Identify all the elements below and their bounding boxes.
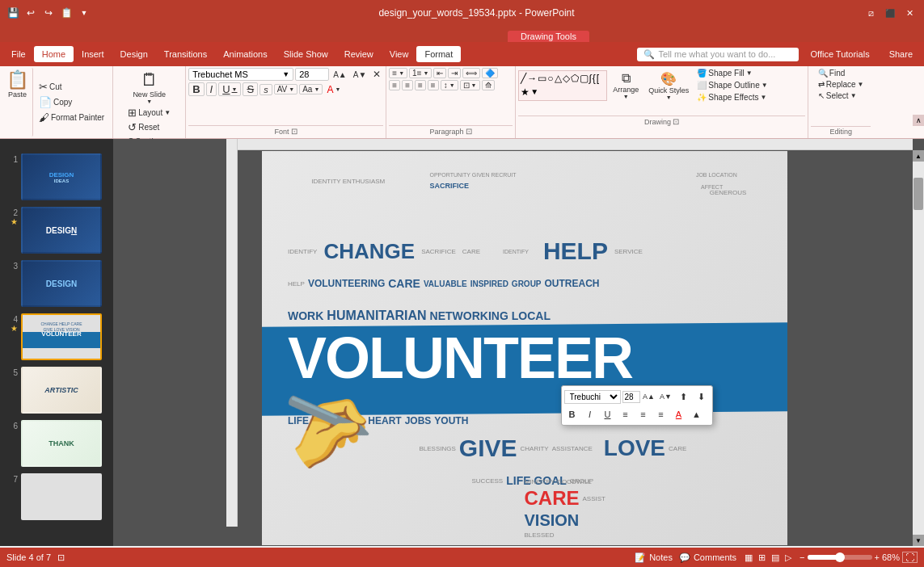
mini-grow-font[interactable]: ⬆ (676, 388, 692, 405)
convert-to-smartart-button[interactable]: ⟰ (482, 80, 495, 90)
menu-slideshow[interactable]: Slide Show (276, 46, 336, 62)
notes-button[interactable]: 📝 Notes (635, 552, 673, 563)
shape-outline-button[interactable]: ⬜ Shape Outline ▼ (694, 80, 770, 90)
quick-styles-button[interactable]: 🎨 Quick Styles ▼ (644, 69, 693, 102)
shape-arrow[interactable]: → (527, 73, 537, 84)
normal-view-button[interactable]: ▦ (743, 552, 754, 563)
numbering-button[interactable]: 1≡▼ (409, 68, 432, 78)
shapes-scroll-down[interactable]: ▼ (530, 87, 538, 96)
slide-item[interactable]: 2 ★ DESIGN (3, 205, 110, 255)
menu-insert[interactable]: Insert (74, 46, 112, 62)
new-slide-dropdown[interactable]: ▼ (146, 99, 152, 104)
layout-button[interactable]: ⊞ Layout ▼ (125, 106, 173, 120)
scroll-thumb[interactable] (913, 178, 923, 210)
underline-button[interactable]: U▼ (218, 82, 241, 96)
shape-bracket[interactable]: [ (597, 73, 599, 84)
slide-item[interactable]: 6 THANK (3, 418, 110, 468)
dec-indent-button[interactable]: ⇤ (433, 68, 446, 78)
char-spacing-button[interactable]: AV▼ (274, 84, 298, 94)
align-center-button[interactable]: ≡ (402, 80, 413, 90)
slide-item[interactable]: 4 ★ VOLUNTEER CHANGE HELP CAREGIVE LOVE … (3, 312, 110, 362)
mini-font-selector[interactable]: Trebuchi (564, 390, 621, 404)
decrease-font-button[interactable]: A▼ (351, 69, 369, 80)
justify-button[interactable]: ≡ (428, 80, 439, 90)
slide-item[interactable]: 1 DESIGN IDEAS (3, 152, 110, 202)
font-size-selector[interactable]: 28 (295, 68, 329, 81)
increase-font-button[interactable]: A▲ (331, 69, 349, 80)
slide-thumbnail[interactable] (21, 473, 102, 520)
slide-sorter-button[interactable]: ⊞ (757, 552, 767, 563)
menu-design[interactable]: Design (112, 46, 156, 62)
font-expand-icon[interactable]: ⊡ (291, 127, 297, 136)
drawing-expand-icon[interactable]: ⊡ (673, 117, 679, 126)
copy-button[interactable]: 📄 Copy (36, 95, 107, 109)
shape-fill-button[interactable]: 🪣 Shape Fill ▼ (694, 68, 770, 78)
mini-font-increase[interactable]: A▲ (641, 388, 657, 405)
menu-file[interactable]: File (3, 46, 34, 62)
shape-curve[interactable]: ∫ (589, 73, 592, 84)
qa-dropdown-icon[interactable]: ▼ (78, 6, 91, 19)
select-button[interactable]: ↖ Select ▼ (816, 90, 867, 101)
scroll-up-button[interactable]: ▲ (913, 150, 924, 162)
paste-button[interactable]: 📋 Paste (2, 68, 33, 136)
format-painter-button[interactable]: 🖌 Format Painter (36, 111, 107, 124)
maximize-button[interactable]: ⬛ (882, 5, 898, 21)
shape-rounded-rect[interactable]: ▢ (580, 73, 589, 84)
shape-triangle[interactable]: △ (555, 73, 562, 84)
mini-italic-button[interactable]: I (582, 406, 598, 422)
slideshow-view-button[interactable]: ▷ (783, 552, 793, 563)
slide-item[interactable]: 5 ARTISTIC (3, 365, 110, 415)
align-left-button[interactable]: ≡ (389, 80, 400, 90)
mini-font-size-input[interactable] (622, 391, 640, 403)
office-tutorials-button[interactable]: Office Tutorials (802, 46, 877, 62)
undo-icon[interactable]: ↩ (24, 6, 37, 19)
slide-thumbnail[interactable]: ARTISTIC (21, 367, 102, 414)
redo-icon[interactable]: ↪ (42, 6, 55, 19)
shape-effects-button[interactable]: ✨ Shape Effects ▼ (694, 92, 770, 103)
align-right-button[interactable]: ≡ (415, 80, 426, 90)
slide-canvas[interactable]: OPPORTUNITY GIVEN RECRUIT SACRIFICE JOB … (262, 151, 787, 545)
find-button[interactable]: 🔍 Find (816, 68, 867, 78)
font-name-selector[interactable]: Trebuchet MS ▼ (188, 68, 293, 81)
menu-home[interactable]: Home (34, 46, 74, 62)
shape-rect[interactable]: ▭ (538, 73, 546, 84)
scroll-down-button[interactable]: ▼ (913, 535, 924, 546)
close-button[interactable]: ✕ (901, 5, 918, 21)
mini-bold-button[interactable]: B (564, 406, 580, 422)
zoom-in-button[interactable]: + (875, 552, 880, 562)
vertical-align-button[interactable]: ⊡▼ (460, 80, 480, 90)
inc-indent-button[interactable]: ⇥ (448, 68, 461, 78)
mini-align-center[interactable]: ≡ (635, 406, 652, 422)
new-slide-button[interactable]: 🗒 New Slide ▼ (129, 68, 170, 106)
comments-button[interactable]: 💬 Comments (679, 552, 736, 563)
slide-thumbnail-active[interactable]: VOLUNTEER CHANGE HELP CAREGIVE LOVE VISI… (21, 313, 102, 360)
slide-thumbnail[interactable]: DESIGN IDEAS (21, 153, 102, 200)
window-controls[interactable]: ⧄ ⬛ ✕ (863, 5, 918, 21)
shape-brace[interactable]: { (593, 73, 596, 84)
reading-view-button[interactable]: ▤ (770, 552, 781, 563)
shape-pentagon[interactable]: ⬠ (571, 73, 579, 84)
font-color-button[interactable]: A▼ (324, 83, 343, 96)
ribbon-collapse-button[interactable]: ∧ (913, 115, 924, 126)
para-expand-icon[interactable]: ⊡ (466, 127, 472, 136)
mini-font-color-button[interactable]: A (671, 406, 687, 422)
menu-review[interactable]: Review (336, 46, 382, 62)
slide-thumbnail[interactable]: DESIGN (21, 207, 102, 254)
strikethrough-button[interactable]: S (243, 82, 258, 96)
mini-highlight-button[interactable]: ▲ (689, 406, 705, 422)
smart-art-button[interactable]: 🔷 (482, 68, 498, 78)
line-spacing-button[interactable]: ↕▼ (441, 80, 458, 90)
slide-thumbnail[interactable]: DESIGN (21, 260, 102, 307)
font-name-dropdown[interactable]: ▼ (282, 70, 289, 78)
italic-button[interactable]: I (206, 82, 217, 96)
menu-transitions[interactable]: Transitions (156, 46, 215, 62)
minimize-button[interactable]: ⧄ (863, 5, 879, 21)
change-case-button[interactable]: Aa▼ (299, 84, 323, 94)
arrange-button[interactable]: ⧉ Arrange ▼ (609, 69, 643, 101)
clear-formatting-button[interactable]: ✕ (370, 68, 383, 81)
columns-button[interactable]: ⟺ (462, 68, 480, 78)
menu-view[interactable]: View (382, 46, 417, 62)
replace-button[interactable]: ⇄ Replace ▼ (816, 79, 867, 90)
fit-to-window-button[interactable]: ⛶ (902, 552, 918, 563)
mini-underline-button[interactable]: U (600, 406, 616, 422)
